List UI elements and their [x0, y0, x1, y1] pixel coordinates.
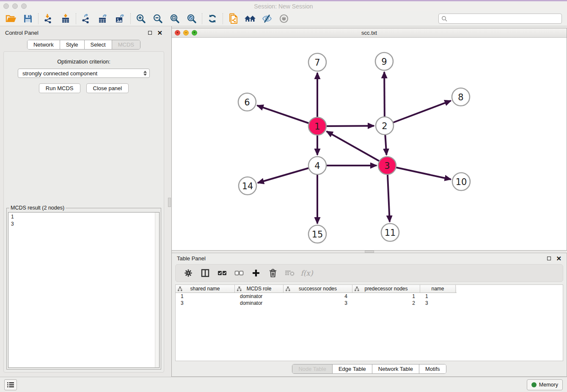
- column-header-label: successor nodes: [299, 286, 337, 292]
- search-box[interactable]: [438, 14, 562, 24]
- graph-edge-3-1[interactable]: [327, 131, 387, 166]
- function-builder-icon[interactable]: f(x): [299, 266, 314, 280]
- float-panel-icon[interactable]: [547, 257, 551, 260]
- table-cell[interactable]: dominator: [235, 293, 284, 299]
- vertical-splitter[interactable]: [168, 26, 172, 377]
- search-input[interactable]: [447, 15, 559, 22]
- save-session-icon[interactable]: [19, 12, 36, 25]
- graph-node-label-2: 2: [382, 121, 387, 131]
- table-toolbar: f(x): [175, 264, 563, 282]
- search-icon: [441, 16, 447, 22]
- graph-node-label-11: 11: [385, 228, 396, 238]
- graph-edge-3-10[interactable]: [387, 166, 451, 179]
- toolbar-separator: [76, 13, 76, 24]
- zoom-selected-icon[interactable]: [183, 12, 200, 25]
- open-session-icon[interactable]: [3, 12, 19, 25]
- window-titlebar: Session: New Session: [0, 0, 567, 11]
- close-panel-icon[interactable]: ✕: [556, 255, 561, 262]
- column-type-icon: [355, 287, 359, 291]
- show-all-nodes-icon[interactable]: [242, 12, 259, 25]
- table-cell[interactable]: 2: [352, 300, 420, 306]
- graph-node-label-4: 4: [314, 161, 320, 171]
- mcds-result-title: MCDS result (2 nodes): [9, 205, 66, 211]
- column-header-MCDS-role[interactable]: MCDS role: [235, 285, 284, 293]
- optimization-criterion-select[interactable]: strongly connected component: [18, 69, 150, 78]
- zoom-fit-icon[interactable]: [166, 12, 183, 25]
- main-toolbar: [0, 11, 567, 26]
- split-panel-icon[interactable]: [198, 266, 213, 280]
- table-cell[interactable]: 1: [176, 293, 235, 299]
- table-settings-icon[interactable]: [181, 266, 196, 280]
- float-panel-icon[interactable]: [148, 31, 152, 35]
- splitter-handle[interactable]: [365, 251, 374, 253]
- table-cell[interactable]: 1: [420, 293, 456, 299]
- tab-style[interactable]: Style: [60, 40, 84, 49]
- zoom-out-icon[interactable]: [149, 12, 166, 25]
- export-image-icon[interactable]: [112, 12, 129, 25]
- delete-table-icon[interactable]: [282, 266, 297, 280]
- table-row[interactable]: 1dominator411: [176, 293, 563, 300]
- select-all-columns-icon[interactable]: [215, 266, 230, 280]
- table-cell[interactable]: 1: [352, 293, 420, 299]
- graph-node-label-14: 14: [242, 181, 253, 191]
- network-window-titlebar: × − + scc.txt: [172, 28, 567, 38]
- delete-columns-icon[interactable]: [265, 266, 281, 280]
- add-column-icon[interactable]: [248, 266, 264, 280]
- table-tabs-bar: Node TableEdge TableNetwork TableMotifs: [172, 361, 567, 376]
- column-header-shared-name[interactable]: shared name: [176, 285, 235, 293]
- hide-selected-icon[interactable]: [259, 12, 275, 25]
- show-hidden-icon[interactable]: [275, 12, 292, 25]
- control-panel-tabs: NetworkStyleSelectMCDS: [0, 39, 168, 51]
- run-mcds-button[interactable]: Run MCDS: [39, 83, 80, 93]
- column-header-name[interactable]: name: [420, 285, 456, 293]
- export-table-icon[interactable]: [95, 12, 112, 25]
- close-panel-icon[interactable]: ✕: [157, 30, 162, 36]
- column-type-icon: [178, 287, 182, 291]
- tab-network-table[interactable]: Network Table: [372, 364, 419, 373]
- import-table-icon[interactable]: [57, 12, 74, 25]
- table-row[interactable]: 3dominator323: [176, 300, 563, 306]
- result-scrollbar[interactable]: [155, 213, 159, 367]
- graph-node-label-8: 8: [458, 92, 463, 102]
- table-cell[interactable]: 4: [284, 293, 352, 299]
- network-view-window: × − + scc.txt 1234678910111415: [172, 28, 567, 251]
- mcds-result-item[interactable]: 1: [11, 213, 153, 221]
- memory-button[interactable]: Memory: [527, 379, 563, 390]
- tab-motifs[interactable]: Motifs: [419, 364, 446, 373]
- table-cell[interactable]: 3: [420, 300, 456, 306]
- splitter-handle[interactable]: [168, 198, 171, 207]
- table-cell[interactable]: 3: [176, 300, 235, 306]
- status-bar: Memory: [0, 377, 567, 392]
- optimization-criterion-label: Optimization criterion:: [57, 58, 110, 65]
- zoom-in-icon[interactable]: [132, 12, 149, 25]
- tab-node-table[interactable]: Node Table: [292, 364, 332, 373]
- network-canvas[interactable]: 1234678910111415: [172, 38, 567, 250]
- column-header-predecessor-nodes[interactable]: predecessor nodes: [352, 285, 420, 293]
- import-network-icon[interactable]: [40, 12, 57, 25]
- network-view-title: scc.txt: [172, 30, 567, 36]
- toolbar-separator: [38, 13, 39, 24]
- deselect-all-columns-icon[interactable]: [231, 266, 247, 280]
- tab-mcds[interactable]: MCDS: [112, 40, 140, 49]
- graph-edge-1-6[interactable]: [257, 105, 317, 126]
- table-cell[interactable]: 3: [284, 300, 352, 306]
- close-panel-button[interactable]: Close panel: [86, 83, 129, 93]
- mcds-result-item[interactable]: 3: [11, 221, 153, 228]
- refresh-view-icon[interactable]: [204, 12, 221, 25]
- table-cell[interactable]: dominator: [235, 300, 284, 306]
- graph-edge-2-8[interactable]: [385, 101, 451, 126]
- export-network-icon[interactable]: [78, 12, 95, 25]
- task-history-button[interactable]: [4, 379, 17, 390]
- control-panel-header: Control Panel ✕: [0, 26, 168, 39]
- graph-node-label-9: 9: [381, 57, 387, 67]
- memory-label: Memory: [539, 382, 558, 388]
- tab-edge-table[interactable]: Edge Table: [332, 364, 372, 373]
- column-header-successor-nodes[interactable]: successor nodes: [284, 285, 352, 293]
- control-panel-title: Control Panel: [5, 30, 39, 36]
- clone-network-icon[interactable]: [225, 12, 242, 25]
- tab-select[interactable]: Select: [84, 40, 112, 49]
- node-table[interactable]: shared nameMCDS rolesuccessor nodesprede…: [175, 284, 563, 361]
- mcds-result-list[interactable]: 13: [8, 212, 160, 368]
- horizontal-splitter[interactable]: [172, 251, 567, 253]
- tab-network[interactable]: Network: [28, 40, 60, 49]
